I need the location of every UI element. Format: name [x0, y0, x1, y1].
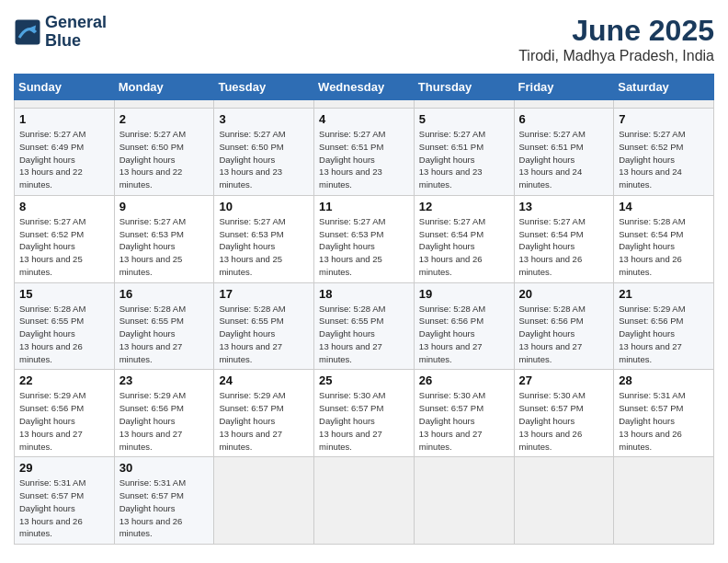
- day-number: 22: [19, 373, 109, 387]
- calendar-cell: 7Sunrise: 5:27 AMSunset: 6:52 PMDaylight…: [614, 109, 714, 196]
- calendar-cell: [114, 100, 214, 109]
- cell-content: Sunrise: 5:30 AMSunset: 6:57 PMDaylight …: [519, 389, 609, 453]
- day-header-wednesday: Wednesday: [314, 75, 415, 100]
- calendar-cell: [15, 100, 115, 109]
- cell-content: Sunrise: 5:27 AMSunset: 6:50 PMDaylight …: [119, 128, 210, 191]
- calendar-cell: 26Sunrise: 5:30 AMSunset: 6:57 PMDayligh…: [414, 370, 514, 457]
- day-number: 14: [619, 200, 709, 213]
- day-number: 23: [119, 373, 210, 387]
- cell-content: Sunrise: 5:28 AMSunset: 6:55 PMDaylight …: [119, 303, 210, 366]
- day-number: 30: [119, 461, 210, 475]
- logo: General Blue: [14, 14, 107, 51]
- calendar-cell: 14Sunrise: 5:28 AMSunset: 6:54 PMDayligh…: [614, 195, 714, 282]
- cell-content: Sunrise: 5:29 AMSunset: 6:56 PMDaylight …: [19, 389, 109, 453]
- cell-content: Sunrise: 5:27 AMSunset: 6:51 PMDaylight …: [319, 128, 409, 191]
- calendar-cell: 8Sunrise: 5:27 AMSunset: 6:52 PMDaylight…: [15, 195, 115, 282]
- calendar-cell: [214, 457, 314, 545]
- cell-content: Sunrise: 5:28 AMSunset: 6:56 PMDaylight …: [419, 303, 509, 366]
- calendar-week-row: 15Sunrise: 5:28 AMSunset: 6:55 PMDayligh…: [15, 282, 714, 370]
- day-number: 1: [19, 112, 109, 126]
- day-number: 21: [619, 287, 709, 301]
- day-number: 18: [319, 287, 409, 301]
- cell-content: Sunrise: 5:31 AMSunset: 6:57 PMDaylight …: [619, 389, 709, 453]
- calendar-cell: 18Sunrise: 5:28 AMSunset: 6:55 PMDayligh…: [314, 282, 415, 370]
- cell-content: Sunrise: 5:27 AMSunset: 6:52 PMDaylight …: [19, 215, 109, 279]
- day-number: 27: [519, 373, 609, 387]
- calendar-cell: 3Sunrise: 5:27 AMSunset: 6:50 PMDaylight…: [214, 109, 314, 196]
- cell-content: Sunrise: 5:27 AMSunset: 6:53 PMDaylight …: [319, 215, 409, 279]
- calendar-cell: [614, 100, 714, 109]
- day-number: 5: [419, 112, 509, 126]
- calendar-cell: 6Sunrise: 5:27 AMSunset: 6:51 PMDaylight…: [514, 109, 614, 196]
- month-title: June 2025: [518, 14, 714, 48]
- calendar-header-row: SundayMondayTuesdayWednesdayThursdayFrid…: [15, 75, 714, 100]
- day-number: 13: [519, 200, 609, 213]
- cell-content: Sunrise: 5:27 AMSunset: 6:49 PMDaylight …: [19, 128, 109, 191]
- day-number: 16: [119, 287, 210, 301]
- calendar-cell: 10Sunrise: 5:27 AMSunset: 6:53 PMDayligh…: [214, 195, 314, 282]
- calendar-week-row: 22Sunrise: 5:29 AMSunset: 6:56 PMDayligh…: [15, 370, 714, 457]
- cell-content: Sunrise: 5:31 AMSunset: 6:57 PMDaylight …: [119, 477, 210, 540]
- calendar-cell: 25Sunrise: 5:30 AMSunset: 6:57 PMDayligh…: [314, 370, 415, 457]
- cell-content: Sunrise: 5:28 AMSunset: 6:55 PMDaylight …: [219, 303, 309, 366]
- calendar-week-row: [15, 100, 714, 109]
- calendar-cell: 11Sunrise: 5:27 AMSunset: 6:53 PMDayligh…: [314, 195, 415, 282]
- day-number: 12: [419, 200, 509, 213]
- calendar-cell: 2Sunrise: 5:27 AMSunset: 6:50 PMDaylight…: [114, 109, 214, 196]
- day-header-saturday: Saturday: [614, 75, 714, 100]
- calendar-cell: 1Sunrise: 5:27 AMSunset: 6:49 PMDaylight…: [15, 109, 115, 196]
- calendar-cell: [214, 100, 314, 109]
- day-number: 2: [119, 112, 210, 126]
- calendar-cell: 23Sunrise: 5:29 AMSunset: 6:56 PMDayligh…: [114, 370, 214, 457]
- logo-line2: Blue: [45, 32, 107, 51]
- cell-content: Sunrise: 5:29 AMSunset: 6:56 PMDaylight …: [619, 303, 709, 366]
- day-number: 24: [219, 373, 309, 387]
- day-header-sunday: Sunday: [15, 75, 115, 100]
- calendar-cell: 22Sunrise: 5:29 AMSunset: 6:56 PMDayligh…: [15, 370, 115, 457]
- cell-content: Sunrise: 5:27 AMSunset: 6:53 PMDaylight …: [119, 215, 210, 279]
- calendar-cell: 27Sunrise: 5:30 AMSunset: 6:57 PMDayligh…: [514, 370, 614, 457]
- day-number: 3: [219, 112, 309, 126]
- day-number: 7: [619, 112, 709, 126]
- day-number: 8: [19, 200, 109, 213]
- calendar-cell: 19Sunrise: 5:28 AMSunset: 6:56 PMDayligh…: [414, 282, 514, 370]
- calendar-cell: 24Sunrise: 5:29 AMSunset: 6:57 PMDayligh…: [214, 370, 314, 457]
- cell-content: Sunrise: 5:29 AMSunset: 6:57 PMDaylight …: [219, 389, 309, 453]
- cell-content: Sunrise: 5:27 AMSunset: 6:53 PMDaylight …: [219, 215, 309, 279]
- cell-content: Sunrise: 5:27 AMSunset: 6:54 PMDaylight …: [419, 215, 509, 279]
- cell-content: Sunrise: 5:28 AMSunset: 6:54 PMDaylight …: [619, 215, 709, 279]
- cell-content: Sunrise: 5:29 AMSunset: 6:56 PMDaylight …: [119, 389, 210, 453]
- title-area: June 2025 Tirodi, Madhya Pradesh, India: [518, 14, 714, 64]
- calendar-cell: [614, 457, 714, 545]
- calendar-cell: [314, 100, 415, 109]
- logo-line1: General: [45, 14, 107, 32]
- day-header-monday: Monday: [114, 75, 214, 100]
- cell-content: Sunrise: 5:30 AMSunset: 6:57 PMDaylight …: [419, 389, 509, 453]
- calendar-cell: 15Sunrise: 5:28 AMSunset: 6:55 PMDayligh…: [15, 282, 115, 370]
- calendar-week-row: 29Sunrise: 5:31 AMSunset: 6:57 PMDayligh…: [15, 457, 714, 545]
- logo-icon: [14, 18, 41, 46]
- day-number: 10: [219, 200, 309, 213]
- day-number: 9: [119, 200, 210, 213]
- calendar-cell: 9Sunrise: 5:27 AMSunset: 6:53 PMDaylight…: [114, 195, 214, 282]
- calendar-cell: 4Sunrise: 5:27 AMSunset: 6:51 PMDaylight…: [314, 109, 415, 196]
- day-number: 4: [319, 112, 409, 126]
- day-number: 26: [419, 373, 509, 387]
- day-number: 28: [619, 373, 709, 387]
- cell-content: Sunrise: 5:27 AMSunset: 6:51 PMDaylight …: [519, 128, 609, 191]
- calendar-cell: 21Sunrise: 5:29 AMSunset: 6:56 PMDayligh…: [614, 282, 714, 370]
- cell-content: Sunrise: 5:31 AMSunset: 6:57 PMDaylight …: [19, 477, 109, 540]
- cell-content: Sunrise: 5:27 AMSunset: 6:52 PMDaylight …: [619, 128, 709, 191]
- calendar-cell: 20Sunrise: 5:28 AMSunset: 6:56 PMDayligh…: [514, 282, 614, 370]
- day-number: 19: [419, 287, 509, 301]
- svg-rect-0: [16, 19, 40, 44]
- location-title: Tirodi, Madhya Pradesh, India: [518, 48, 714, 64]
- logo-text: General Blue: [45, 14, 107, 51]
- calendar-cell: 12Sunrise: 5:27 AMSunset: 6:54 PMDayligh…: [414, 195, 514, 282]
- calendar-cell: 30Sunrise: 5:31 AMSunset: 6:57 PMDayligh…: [114, 457, 214, 545]
- cell-content: Sunrise: 5:30 AMSunset: 6:57 PMDaylight …: [319, 389, 409, 453]
- calendar-cell: [514, 457, 614, 545]
- cell-content: Sunrise: 5:28 AMSunset: 6:55 PMDaylight …: [319, 303, 409, 366]
- cell-content: Sunrise: 5:28 AMSunset: 6:55 PMDaylight …: [19, 303, 109, 366]
- day-number: 17: [219, 287, 309, 301]
